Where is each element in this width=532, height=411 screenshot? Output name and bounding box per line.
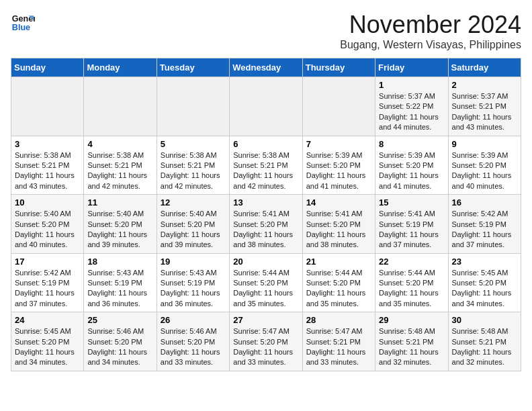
day-number: 27 (233, 315, 298, 325)
weekday-header: Thursday (302, 58, 375, 77)
day-number: 9 (452, 139, 517, 149)
calendar-cell: 30Sunrise: 5:48 AM Sunset: 5:21 PM Dayli… (448, 312, 521, 371)
day-number: 15 (379, 197, 444, 208)
day-info: Sunrise: 5:44 AM Sunset: 5:20 PM Dayligh… (233, 268, 298, 310)
day-info: Sunrise: 5:38 AM Sunset: 5:21 PM Dayligh… (161, 150, 226, 192)
day-number: 19 (161, 257, 226, 267)
calendar-cell (302, 77, 375, 136)
day-number: 17 (15, 257, 80, 267)
calendar-cell: 3Sunrise: 5:38 AM Sunset: 5:21 PM Daylig… (11, 136, 84, 195)
day-info: Sunrise: 5:37 AM Sunset: 5:22 PM Dayligh… (379, 91, 444, 133)
day-info: Sunrise: 5:43 AM Sunset: 5:19 PM Dayligh… (87, 268, 152, 310)
day-number: 28 (306, 315, 371, 325)
weekday-header: Saturday (448, 58, 521, 77)
calendar-cell: 13Sunrise: 5:41 AM Sunset: 5:20 PM Dayli… (230, 195, 302, 254)
day-info: Sunrise: 5:48 AM Sunset: 5:21 PM Dayligh… (379, 326, 444, 368)
calendar-cell (11, 77, 84, 136)
day-number: 14 (306, 197, 371, 208)
weekday-header: Tuesday (157, 58, 229, 77)
day-number: 20 (233, 257, 298, 267)
day-info: Sunrise: 5:48 AM Sunset: 5:21 PM Dayligh… (452, 326, 517, 368)
day-info: Sunrise: 5:39 AM Sunset: 5:20 PM Dayligh… (379, 150, 444, 192)
calendar-cell: 16Sunrise: 5:42 AM Sunset: 5:19 PM Dayli… (448, 195, 521, 254)
day-number: 12 (161, 197, 226, 208)
day-number: 23 (452, 257, 517, 267)
day-number: 8 (379, 139, 444, 149)
day-info: Sunrise: 5:40 AM Sunset: 5:20 PM Dayligh… (87, 209, 152, 250)
calendar-cell: 24Sunrise: 5:45 AM Sunset: 5:20 PM Dayli… (11, 312, 84, 371)
month-title: November 2024 (340, 11, 521, 39)
day-number: 1 (379, 80, 444, 90)
calendar-cell: 25Sunrise: 5:46 AM Sunset: 5:20 PM Dayli… (84, 312, 157, 371)
calendar-cell (157, 77, 229, 136)
day-number: 2 (452, 80, 517, 90)
day-info: Sunrise: 5:44 AM Sunset: 5:20 PM Dayligh… (306, 268, 371, 310)
day-info: Sunrise: 5:38 AM Sunset: 5:21 PM Dayligh… (87, 150, 152, 192)
day-info: Sunrise: 5:42 AM Sunset: 5:19 PM Dayligh… (15, 268, 80, 310)
calendar-cell (84, 77, 157, 136)
day-number: 5 (161, 139, 226, 149)
day-info: Sunrise: 5:39 AM Sunset: 5:20 PM Dayligh… (306, 150, 371, 192)
day-number: 30 (452, 315, 517, 325)
calendar-cell: 11Sunrise: 5:40 AM Sunset: 5:20 PM Dayli… (84, 195, 157, 254)
calendar-cell: 27Sunrise: 5:47 AM Sunset: 5:20 PM Dayli… (230, 312, 302, 371)
day-info: Sunrise: 5:41 AM Sunset: 5:19 PM Dayligh… (379, 209, 444, 250)
location: Bugang, Western Visayas, Philippines (340, 39, 521, 51)
calendar-cell: 15Sunrise: 5:41 AM Sunset: 5:19 PM Dayli… (375, 195, 448, 254)
day-info: Sunrise: 5:46 AM Sunset: 5:20 PM Dayligh… (161, 326, 226, 368)
logo: General Blue (11, 11, 35, 35)
calendar-cell: 4Sunrise: 5:38 AM Sunset: 5:21 PM Daylig… (84, 136, 157, 195)
day-number: 18 (87, 257, 152, 267)
calendar-cell: 29Sunrise: 5:48 AM Sunset: 5:21 PM Dayli… (375, 312, 448, 371)
calendar-cell: 26Sunrise: 5:46 AM Sunset: 5:20 PM Dayli… (157, 312, 229, 371)
day-number: 3 (15, 139, 80, 149)
day-info: Sunrise: 5:41 AM Sunset: 5:20 PM Dayligh… (306, 209, 371, 250)
day-info: Sunrise: 5:39 AM Sunset: 5:20 PM Dayligh… (452, 150, 517, 192)
day-info: Sunrise: 5:47 AM Sunset: 5:21 PM Dayligh… (306, 326, 371, 368)
day-number: 6 (233, 139, 298, 149)
svg-text:Blue: Blue (12, 23, 30, 32)
day-number: 22 (379, 257, 444, 267)
day-number: 21 (306, 257, 371, 267)
day-info: Sunrise: 5:44 AM Sunset: 5:20 PM Dayligh… (379, 268, 444, 310)
calendar-cell: 10Sunrise: 5:40 AM Sunset: 5:20 PM Dayli… (11, 195, 84, 254)
day-info: Sunrise: 5:46 AM Sunset: 5:20 PM Dayligh… (87, 326, 152, 368)
day-info: Sunrise: 5:40 AM Sunset: 5:20 PM Dayligh… (15, 209, 80, 250)
calendar-cell: 17Sunrise: 5:42 AM Sunset: 5:19 PM Dayli… (11, 253, 84, 312)
calendar-cell: 18Sunrise: 5:43 AM Sunset: 5:19 PM Dayli… (84, 253, 157, 312)
calendar-cell (230, 77, 302, 136)
day-info: Sunrise: 5:42 AM Sunset: 5:19 PM Dayligh… (452, 209, 517, 250)
logo-icon: General Blue (11, 11, 35, 35)
title-section: November 2024 Bugang, Western Visayas, P… (340, 11, 521, 51)
calendar-cell: 19Sunrise: 5:43 AM Sunset: 5:19 PM Dayli… (157, 253, 229, 312)
day-number: 10 (15, 197, 80, 208)
day-info: Sunrise: 5:47 AM Sunset: 5:20 PM Dayligh… (233, 326, 298, 368)
calendar-cell: 8Sunrise: 5:39 AM Sunset: 5:20 PM Daylig… (375, 136, 448, 195)
day-number: 16 (452, 197, 517, 208)
calendar-cell: 9Sunrise: 5:39 AM Sunset: 5:20 PM Daylig… (448, 136, 521, 195)
calendar-cell: 2Sunrise: 5:37 AM Sunset: 5:21 PM Daylig… (448, 77, 521, 136)
weekday-header: Friday (375, 58, 448, 77)
day-number: 7 (306, 139, 371, 149)
day-info: Sunrise: 5:38 AM Sunset: 5:21 PM Dayligh… (233, 150, 298, 192)
calendar-cell: 23Sunrise: 5:45 AM Sunset: 5:20 PM Dayli… (448, 253, 521, 312)
day-number: 25 (87, 315, 152, 325)
calendar-cell: 20Sunrise: 5:44 AM Sunset: 5:20 PM Dayli… (230, 253, 302, 312)
day-number: 11 (87, 197, 152, 208)
day-number: 26 (161, 315, 226, 325)
calendar-cell: 22Sunrise: 5:44 AM Sunset: 5:20 PM Dayli… (375, 253, 448, 312)
day-number: 13 (233, 197, 298, 208)
day-info: Sunrise: 5:43 AM Sunset: 5:19 PM Dayligh… (161, 268, 226, 310)
day-info: Sunrise: 5:45 AM Sunset: 5:20 PM Dayligh… (452, 268, 517, 310)
calendar-cell: 28Sunrise: 5:47 AM Sunset: 5:21 PM Dayli… (302, 312, 375, 371)
calendar-cell: 5Sunrise: 5:38 AM Sunset: 5:21 PM Daylig… (157, 136, 229, 195)
day-info: Sunrise: 5:45 AM Sunset: 5:20 PM Dayligh… (15, 326, 80, 368)
day-info: Sunrise: 5:40 AM Sunset: 5:20 PM Dayligh… (161, 209, 226, 250)
weekday-header: Monday (84, 58, 157, 77)
calendar-cell: 1Sunrise: 5:37 AM Sunset: 5:22 PM Daylig… (375, 77, 448, 136)
weekday-header: Wednesday (230, 58, 302, 77)
calendar-cell: 14Sunrise: 5:41 AM Sunset: 5:20 PM Dayli… (302, 195, 375, 254)
page-header: General Blue November 2024 Bugang, Weste… (11, 11, 521, 51)
day-info: Sunrise: 5:41 AM Sunset: 5:20 PM Dayligh… (233, 209, 298, 250)
day-number: 4 (87, 139, 152, 149)
